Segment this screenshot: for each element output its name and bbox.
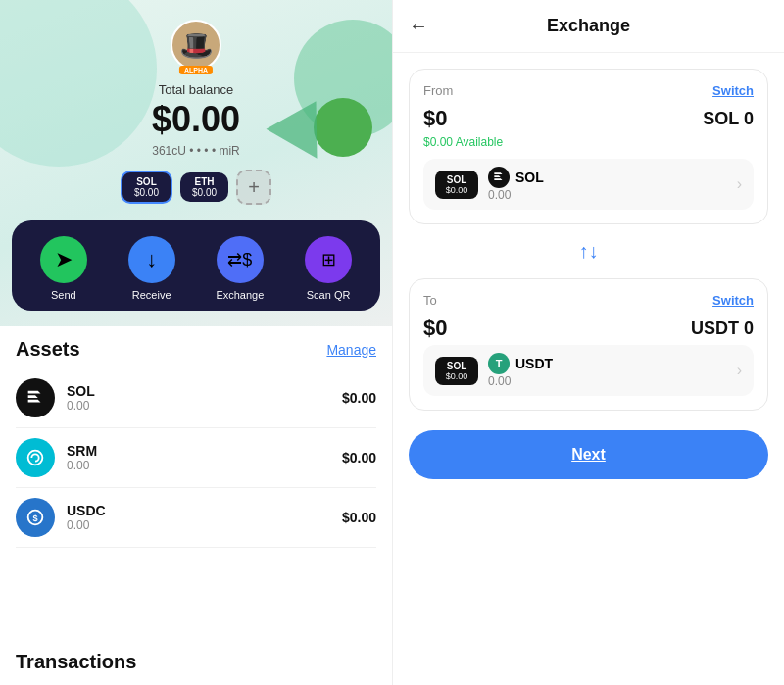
from-token-selector[interactable]: SOL $0.00 SOL 0.00: [423, 159, 754, 210]
exchange-title: Exchange: [547, 16, 630, 36]
to-card: To Switch $0 USDT 0 SOL $0.00 T: [409, 278, 768, 411]
from-dollar-amount: $0: [423, 106, 447, 131]
srm-amount: 0.00: [67, 459, 342, 472]
to-token-selector[interactable]: SOL $0.00 T USDT 0.00 ›: [423, 345, 754, 396]
sol-amount: 0.00: [67, 399, 342, 413]
avatar-container: 🎩 ALPHA: [171, 20, 221, 71]
eth-tab-label: ETH: [192, 176, 217, 187]
to-chevron-icon: ›: [737, 362, 742, 379]
assets-header: Assets Manage: [16, 326, 376, 368]
srm-asset-info: SRM 0.00: [67, 443, 342, 472]
transactions-title: Transactions: [0, 639, 392, 685]
sol-asset-info: SOL 0.00: [67, 383, 342, 413]
svg-point-0: [28, 451, 43, 465]
next-button[interactable]: Next: [409, 430, 768, 479]
from-card: From Switch $0 SOL 0 $0.00 Available SOL…: [409, 69, 768, 224]
wallet-address: 361cU • • • • miR: [152, 144, 240, 158]
sol-tab[interactable]: SOL $0.00: [121, 171, 172, 204]
sol-name: SOL: [67, 383, 342, 399]
from-switch-button[interactable]: Switch: [712, 83, 754, 98]
from-token-name-row: SOL: [488, 167, 544, 188]
from-token-text: SOL: [515, 170, 544, 185]
to-token-sub: 0.00: [488, 374, 553, 388]
avatar-emoji: 🎩: [179, 29, 214, 62]
to-usdt-circle: T: [488, 353, 510, 374]
srm-icon: [16, 438, 55, 477]
to-token-name-group: T USDT 0.00: [488, 353, 553, 388]
from-amount-row: $0 SOL 0: [423, 106, 754, 131]
svg-text:$: $: [32, 514, 37, 523]
right-panel: ← Exchange From Switch $0 SOL 0 $0.00 Av…: [392, 0, 784, 685]
usdc-amount: 0.00: [67, 518, 342, 532]
from-token-badge: SOL $0.00: [435, 171, 478, 199]
from-token-selector-left: SOL $0.00 SOL 0.00: [435, 167, 544, 202]
srm-name: SRM: [67, 443, 342, 459]
from-badge-label: SOL: [441, 174, 472, 185]
eth-tab-value: $0.00: [192, 187, 217, 198]
alpha-badge: ALPHA: [179, 66, 213, 74]
assets-section: Assets Manage SOL 0.00 $0.00: [0, 326, 392, 639]
avatar: 🎩: [171, 20, 221, 71]
from-label: From: [423, 83, 453, 98]
exchange-button[interactable]: ⇄$ Exchange: [216, 236, 264, 301]
usdc-value: $0.00: [342, 510, 376, 525]
exchange-label: Exchange: [216, 289, 264, 301]
to-card-top: To Switch: [423, 293, 754, 308]
to-dollar-amount: $0: [423, 316, 447, 341]
asset-item-usdc[interactable]: $ USDC 0.00 $0.00: [16, 488, 376, 548]
asset-item-srm[interactable]: SRM 0.00 $0.00: [16, 428, 376, 488]
receive-button[interactable]: ↓ Receive: [128, 236, 175, 301]
receive-label: Receive: [132, 289, 172, 301]
eth-tab[interactable]: ETH $0.00: [180, 172, 228, 202]
left-panel: 🎩 ALPHA Total balance $0.00 361cU • • • …: [0, 0, 392, 685]
actions-bar: ➤ Send ↓ Receive ⇄$ Exchange ⊞ Scan QR: [12, 220, 380, 311]
exchange-header: ← Exchange: [393, 0, 784, 53]
header-section: 🎩 ALPHA Total balance $0.00 361cU • • • …: [0, 0, 392, 205]
to-badge-value: $0.00: [441, 371, 472, 381]
to-token-text: USDT: [515, 356, 553, 371]
token-tabs: SOL $0.00 ETH $0.00 +: [121, 170, 271, 205]
to-label: To: [423, 293, 437, 308]
swap-arrows[interactable]: ↑↓: [409, 236, 768, 267]
send-icon: ➤: [40, 236, 87, 283]
back-button[interactable]: ←: [409, 15, 428, 37]
from-token-name-group: SOL 0.00: [488, 167, 544, 202]
sol-tab-label: SOL: [134, 176, 159, 187]
total-balance-amount: $0.00: [152, 99, 240, 140]
to-switch-button[interactable]: Switch: [712, 293, 754, 308]
scan-qr-icon: ⊞: [305, 236, 352, 283]
scan-qr-button[interactable]: ⊞ Scan QR: [305, 236, 352, 301]
receive-icon: ↓: [128, 236, 175, 283]
from-token-amount: SOL 0: [703, 109, 754, 129]
exchange-body: From Switch $0 SOL 0 $0.00 Available SOL…: [393, 53, 784, 685]
manage-link[interactable]: Manage: [326, 342, 376, 358]
send-button[interactable]: ➤ Send: [40, 236, 87, 301]
exchange-icon: ⇄$: [217, 236, 264, 283]
usdc-icon: $: [16, 498, 55, 537]
from-available: $0.00 Available: [423, 135, 754, 149]
from-sol-circle: [488, 167, 510, 188]
to-amount-row: $0 USDT 0: [423, 316, 754, 341]
to-token-selector-left: SOL $0.00 T USDT 0.00: [435, 353, 553, 388]
to-token-amount: USDT 0: [691, 318, 754, 339]
sol-value: $0.00: [342, 390, 376, 406]
from-chevron-icon: ›: [737, 175, 742, 193]
to-badge-label: SOL: [441, 361, 472, 371]
plus-icon: +: [248, 176, 260, 199]
sol-tab-value: $0.00: [134, 187, 159, 198]
from-token-sub: 0.00: [488, 188, 544, 202]
total-balance-label: Total balance: [159, 82, 234, 97]
asset-item-sol[interactable]: SOL 0.00 $0.00: [16, 368, 376, 428]
usdc-name: USDC: [67, 503, 342, 518]
add-token-button[interactable]: +: [236, 170, 271, 205]
usdc-asset-info: USDC 0.00: [67, 503, 342, 532]
send-label: Send: [51, 289, 76, 301]
assets-title: Assets: [16, 338, 80, 361]
from-card-top: From Switch: [423, 83, 754, 98]
to-token-name-row: T USDT: [488, 353, 553, 374]
to-token-badge: SOL $0.00: [435, 357, 478, 385]
scan-qr-label: Scan QR: [307, 289, 351, 301]
from-badge-value: $0.00: [441, 185, 472, 195]
sol-icon: [16, 378, 55, 417]
srm-value: $0.00: [342, 450, 376, 465]
